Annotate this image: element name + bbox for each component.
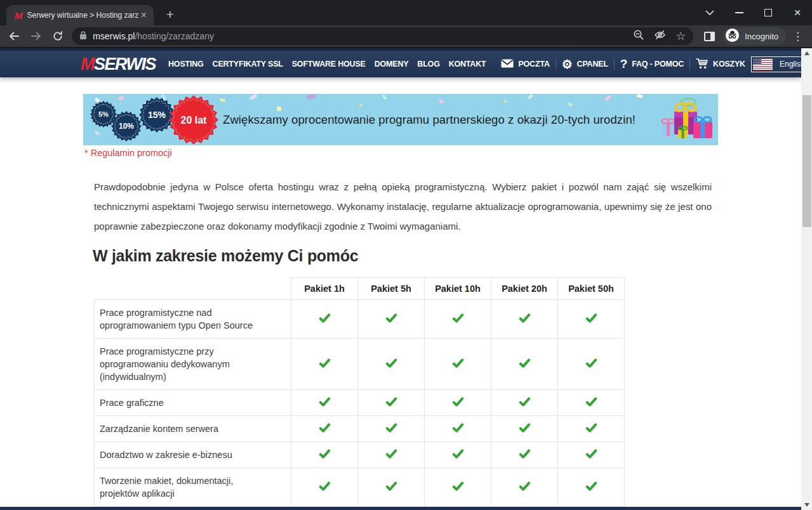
check-cell: [558, 442, 625, 468]
check-icon: [519, 315, 531, 325]
check-cell: [291, 468, 358, 507]
side-panel-icon[interactable]: [704, 32, 715, 41]
reload-icon[interactable]: [50, 28, 67, 44]
scroll-down-icon[interactable]: [801, 500, 812, 510]
browser-window: M Serwery wirtualne > Hosting zarz × + ×: [0, 0, 812, 510]
check-cell: [358, 390, 425, 416]
check-cell: [491, 416, 558, 442]
check-icon: [585, 450, 597, 461]
question-icon: ?: [620, 57, 627, 71]
gift-boxes-icon: [650, 98, 717, 145]
minimize-button[interactable]: [724, 0, 754, 25]
nav-tool-label: POCZTA: [518, 60, 549, 69]
svg-text:20 lat: 20 lat: [181, 115, 208, 126]
badge-20-lat: 20 lat: [168, 95, 219, 145]
packages-table: Pakiet 1hPakiet 5hPakiet 10hPakiet 20hPa…: [94, 277, 625, 510]
gear-icon: ⚙: [562, 58, 573, 70]
check-cell: [291, 300, 358, 339]
check-icon: [452, 450, 464, 461]
incognito-icon: [725, 28, 740, 45]
check-cell: [558, 339, 625, 390]
check-icon: [319, 360, 331, 370]
check-cell: [425, 442, 491, 468]
scroll-up-icon[interactable]: [801, 48, 812, 58]
check-cell: [291, 390, 358, 416]
row-label: Prace programistyczne nad oprogramowanie…: [95, 300, 291, 339]
main-menu: HOSTINGCERTYFIKATY SSLSOFTWARE HOUSEDOME…: [164, 60, 490, 69]
nav-item-software-house[interactable]: SOFTWARE HOUSE: [288, 60, 370, 69]
nav-item-certyfikaty-ssl[interactable]: CERTYFIKATY SSL: [208, 60, 288, 69]
confetti-piece: [637, 94, 643, 98]
column-header-pakiet-5h: Pakiet 5h: [358, 278, 425, 300]
check-icon: [319, 483, 331, 493]
check-icon: [519, 450, 531, 461]
row-label: Doradztwo w zakresie e-biznesu: [95, 442, 291, 468]
check-icon: [385, 450, 397, 461]
browser-menu-icon[interactable]: ⋮: [792, 30, 803, 43]
table-row: Tworzenie makiet, dokumentacji, projektó…: [95, 468, 625, 507]
check-cell: [558, 300, 625, 339]
new-tab-button[interactable]: +: [161, 6, 179, 23]
bookmark-star-icon[interactable]: ☆: [676, 30, 686, 42]
check-icon: [519, 483, 531, 493]
nav-tool-poczta[interactable]: POCZTA: [495, 59, 555, 70]
nav-tools: POCZTA⚙CPANEL?FAQ - POMOCKOSZYK: [495, 57, 751, 71]
scrollbar-thumb[interactable]: [802, 95, 811, 227]
tab-title: Serwery wirtualne > Hosting zarz: [27, 11, 139, 20]
svg-text:10%: 10%: [119, 122, 134, 131]
check-cell: [291, 416, 358, 442]
site-favicon-icon: M: [15, 10, 23, 21]
check-icon: [385, 360, 397, 370]
nav-item-hosting[interactable]: HOSTING: [164, 60, 208, 69]
nav-tool-koszyk[interactable]: KOSZYK: [690, 58, 751, 71]
check-cell: [358, 442, 425, 468]
row-label: Tworzenie makiet, dokumentacji, projektó…: [95, 468, 291, 507]
zoom-icon[interactable]: [633, 29, 644, 43]
site-navbar: MSERWIS HOSTINGCERTYFIKATY SSLSOFTWARE H…: [0, 48, 801, 77]
check-cell: [358, 300, 425, 339]
check-icon: [385, 315, 397, 325]
check-cell: [425, 416, 491, 442]
maximize-button[interactable]: [754, 0, 783, 25]
eye-off-icon[interactable]: [654, 30, 666, 43]
check-icon: [452, 315, 464, 325]
confetti-piece: [95, 131, 100, 135]
check-icon: [519, 398, 531, 409]
check-cell: [425, 468, 491, 507]
page-viewport: MSERWIS HOSTINGCERTYFIKATY SSLSOFTWARE H…: [0, 48, 801, 510]
promo-banner[interactable]: ✦✦✦✦ 5%10%15%20 lat Zwiększamy oprocento…: [83, 94, 718, 145]
browser-tab[interactable]: M Serwery wirtualne > Hosting zarz ×: [6, 5, 154, 25]
nav-tool-faq-pomoc[interactable]: ?FAQ - POMOC: [615, 57, 689, 71]
address-bar[interactable]: mserwis.pl/hosting/zarzadzany ☆: [72, 27, 693, 45]
check-icon: [319, 450, 331, 461]
table-row: Prace programistyczne nad oprogramowanie…: [95, 300, 625, 339]
check-icon: [585, 483, 597, 493]
nav-item-kontakt[interactable]: KONTAKT: [444, 60, 491, 69]
nav-item-domeny[interactable]: DOMENY: [370, 60, 413, 69]
tab-search-icon[interactable]: [695, 0, 724, 25]
nav-tool-cpanel[interactable]: ⚙CPANEL: [556, 58, 614, 70]
svg-text:15%: 15%: [148, 110, 166, 120]
promo-terms-link[interactable]: * Regulamin promocji: [84, 148, 172, 158]
mserwis-logo[interactable]: MSERWIS: [81, 55, 156, 74]
close-button[interactable]: ×: [783, 0, 812, 25]
us-flag-icon: [753, 58, 773, 70]
column-header-pakiet-10h: Pakiet 10h: [425, 278, 491, 300]
forward-icon[interactable]: [28, 28, 44, 44]
check-icon: [452, 483, 464, 493]
tab-close-icon[interactable]: ×: [139, 10, 149, 21]
check-icon: [585, 398, 597, 409]
back-icon[interactable]: [6, 28, 22, 44]
confetti-piece: [117, 96, 124, 101]
check-cell: [491, 300, 558, 339]
incognito-badge: Incognito: [723, 27, 786, 45]
nav-item-blog[interactable]: BLOG: [413, 60, 444, 69]
language-label: English: [774, 60, 801, 69]
check-cell: [491, 468, 558, 507]
check-icon: [319, 424, 331, 435]
check-cell: [491, 442, 558, 468]
language-selector[interactable]: English: [751, 56, 801, 72]
incognito-label: Incognito: [745, 32, 778, 41]
check-icon: [519, 360, 531, 370]
check-cell: [425, 300, 491, 339]
